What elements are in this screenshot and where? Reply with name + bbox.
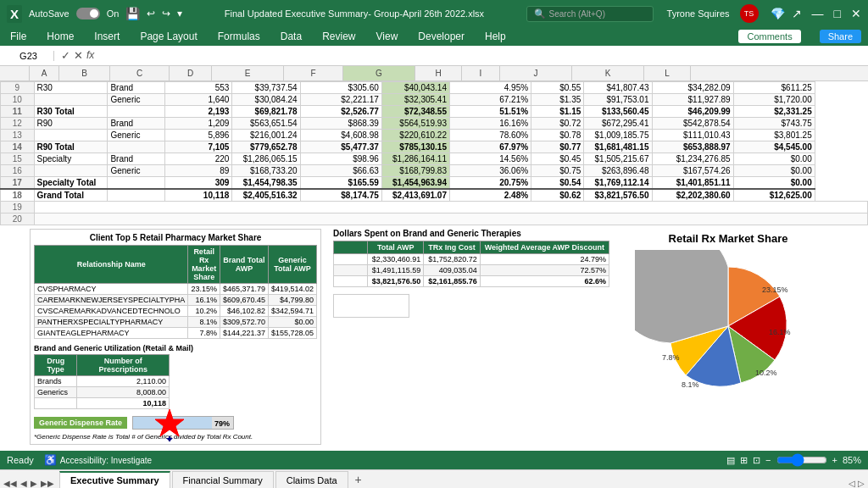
- close-button[interactable]: ✕: [851, 7, 861, 20]
- cell[interactable]: $779,652.78: [232, 141, 300, 153]
- add-sheet-button[interactable]: +: [350, 471, 367, 488]
- cell[interactable]: $46,209.99: [652, 106, 733, 118]
- cell[interactable]: $144,221.37: [220, 328, 268, 339]
- cell[interactable]: 67.21%: [449, 94, 531, 106]
- cell[interactable]: Generics: [35, 387, 77, 398]
- cell[interactable]: $41,807.43: [584, 82, 652, 94]
- save-icon[interactable]: 💾: [125, 7, 140, 20]
- col-header-f[interactable]: F: [284, 66, 343, 80]
- cell[interactable]: $72,348.55: [381, 106, 449, 118]
- cell[interactable]: $4,608.98: [300, 130, 381, 141]
- zoom-slider[interactable]: [776, 453, 827, 467]
- cell[interactable]: 1,640: [165, 94, 232, 106]
- cell[interactable]: $1.35: [531, 94, 584, 106]
- cell[interactable]: $342,594.71: [268, 306, 316, 317]
- cell[interactable]: $2,330,460.91: [368, 254, 424, 265]
- cell[interactable]: 51.51%: [449, 106, 531, 118]
- cell[interactable]: 309: [165, 177, 232, 190]
- cell[interactable]: $1.15: [531, 106, 584, 118]
- cell[interactable]: $69,821.78: [232, 106, 300, 118]
- cell[interactable]: $2,526.77: [300, 106, 381, 118]
- cell[interactable]: $2,331.25: [733, 106, 815, 118]
- col-header-d[interactable]: D: [170, 66, 212, 80]
- cell[interactable]: 23.15%: [188, 284, 220, 295]
- cell[interactable]: $1,454,798.35: [232, 177, 300, 190]
- redo-icon[interactable]: ↪: [162, 8, 170, 19]
- cell-reference[interactable]: [3, 51, 54, 61]
- cell[interactable]: $32,305.41: [381, 94, 449, 106]
- cell[interactable]: Brand: [108, 82, 165, 94]
- cell[interactable]: CVSCAREMARKADVANCEDTECHNOLO: [35, 306, 188, 317]
- cell[interactable]: $0.00: [733, 153, 815, 165]
- tab-scroll-prev[interactable]: ◀: [20, 479, 27, 488]
- cell[interactable]: $563,651.54: [232, 118, 300, 130]
- cell[interactable]: $611.25: [733, 82, 815, 94]
- cell[interactable]: R30 Total: [34, 106, 108, 118]
- cell[interactable]: $419,514.02: [268, 284, 316, 295]
- cell[interactable]: 2,193: [165, 106, 232, 118]
- cell[interactable]: $1,454,963.94: [381, 177, 449, 190]
- more-tools-icon[interactable]: ▾: [177, 8, 182, 19]
- cell[interactable]: $1,505,215.67: [584, 153, 652, 165]
- cell[interactable]: Specialty: [34, 153, 108, 165]
- cell[interactable]: $3,801.25: [733, 130, 815, 141]
- cell[interactable]: $46,102.82: [220, 306, 268, 317]
- cell[interactable]: $3,821,576.50: [368, 276, 424, 287]
- cell[interactable]: $1,009,185.75: [584, 130, 652, 141]
- cell[interactable]: 8.1%: [188, 317, 220, 328]
- cell[interactable]: $11,927.89: [652, 94, 733, 106]
- col-header-a[interactable]: A: [30, 66, 59, 80]
- cell[interactable]: 7,105: [165, 141, 232, 153]
- cell[interactable]: $168,733.20: [232, 165, 300, 177]
- cell[interactable]: $1,286,164.11: [381, 153, 449, 165]
- cell[interactable]: $165.59: [300, 177, 381, 190]
- cell[interactable]: $305.60: [300, 82, 381, 94]
- cell[interactable]: $1,286,065.15: [232, 153, 300, 165]
- cell[interactable]: 89: [165, 165, 232, 177]
- cell[interactable]: $220,610.22: [381, 130, 449, 141]
- cell[interactable]: R90: [34, 118, 108, 130]
- cell[interactable]: $1,401,851.11: [652, 177, 733, 190]
- cell[interactable]: $8,174.75: [300, 189, 381, 202]
- cell[interactable]: [108, 189, 165, 202]
- cell[interactable]: $168,799.83: [381, 165, 449, 177]
- share-button[interactable]: Share: [820, 30, 861, 43]
- autosave-toggle[interactable]: [76, 8, 100, 19]
- col-header-k[interactable]: K: [572, 66, 644, 80]
- cell[interactable]: 1,209: [165, 118, 232, 130]
- cell[interactable]: Generic: [108, 130, 165, 141]
- cancel-icon[interactable]: ✕: [74, 49, 83, 62]
- cell[interactable]: $0.00: [733, 165, 815, 177]
- cell[interactable]: $39,737.54: [232, 82, 300, 94]
- cell[interactable]: $4,799.80: [268, 295, 316, 306]
- fx-icon[interactable]: fx: [86, 49, 94, 62]
- menu-file[interactable]: File: [7, 29, 30, 44]
- menu-help[interactable]: Help: [481, 29, 509, 44]
- tab-scroll-next[interactable]: ▶: [31, 479, 37, 488]
- cell[interactable]: Specialty Total: [34, 177, 108, 190]
- cell[interactable]: $2,221.17: [300, 94, 381, 106]
- cell[interactable]: 36.06%: [449, 165, 531, 177]
- col-header-h[interactable]: H: [415, 66, 462, 80]
- cell[interactable]: $564,519.93: [381, 118, 449, 130]
- cell[interactable]: 2.48%: [449, 189, 531, 202]
- normal-view-icon[interactable]: ▤: [726, 455, 735, 466]
- menu-home[interactable]: Home: [43, 29, 77, 44]
- cell[interactable]: $309,572.70: [220, 317, 268, 328]
- cell[interactable]: $0.77: [531, 141, 584, 153]
- formula-input[interactable]: [101, 51, 865, 61]
- cell[interactable]: [334, 254, 368, 265]
- cell[interactable]: $30,084.24: [232, 94, 300, 106]
- cell[interactable]: 553: [165, 82, 232, 94]
- menu-data[interactable]: Data: [277, 29, 305, 44]
- cell[interactable]: $98.96: [300, 153, 381, 165]
- col-header-i[interactable]: I: [462, 66, 500, 80]
- tab-claims-data[interactable]: Claims Data: [275, 471, 348, 488]
- col-header-g[interactable]: G: [343, 66, 415, 80]
- cell[interactable]: $672,295.41: [584, 118, 652, 130]
- tab-executive-summary[interactable]: Executive Summary: [59, 471, 170, 488]
- cell[interactable]: $609,670.45: [220, 295, 268, 306]
- cell[interactable]: $4,545.00: [733, 141, 815, 153]
- cell[interactable]: $111,010.43: [652, 130, 733, 141]
- cell[interactable]: Generic: [108, 94, 165, 106]
